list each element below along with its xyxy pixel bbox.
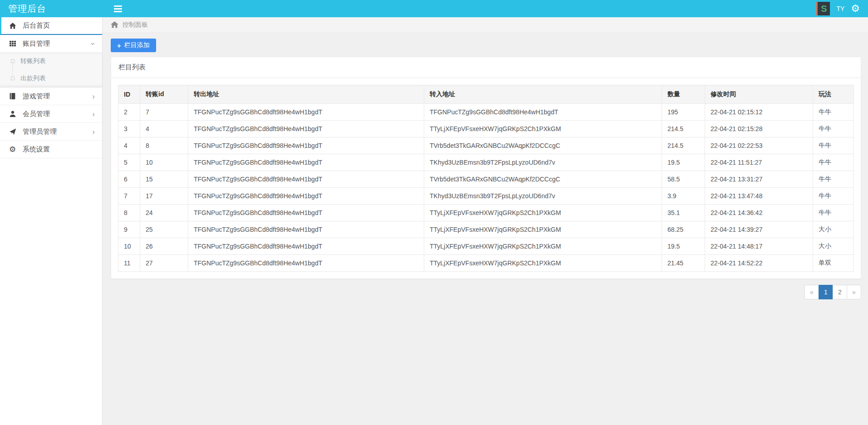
sidebar-item-accounts[interactable]: 账目管理 › xyxy=(0,35,102,53)
table-cell: TFGNPucTZg9sGGBhCd8dft98He4wH1bgdT xyxy=(424,104,662,121)
table-row: 824TFGNPucTZg9sGGBhCd8dft98He4wH1bgdTTTy… xyxy=(118,205,854,221)
table-cell: 27 xyxy=(140,255,188,272)
table-cell: 22-04-21 14:48:17 xyxy=(705,238,813,255)
table-cell: 22-04-21 14:36:42 xyxy=(705,205,813,221)
avatar[interactable]: S xyxy=(816,2,830,15)
table-cell: TKhyd3UzBEmsn3b9T2FpsLpLyzoUD6nd7v xyxy=(424,154,662,171)
main-area: 控制面板 + 栏目添加 栏目列表 ID转账id转出地址转入地址数量修改时间玩法 xyxy=(102,17,868,425)
sidebar-subitem-label: 出款列表 xyxy=(20,74,46,83)
bullet-icon xyxy=(11,77,15,80)
table-row: 925TFGNPucTZg9sGGBhCd8dft98He4wH1bgdTTTy… xyxy=(118,221,854,238)
table-cell: 8 xyxy=(140,137,188,154)
table-cell: 7 xyxy=(118,188,140,205)
pagination-prev-button[interactable]: « xyxy=(804,285,819,299)
table-cell: TFGNPucTZg9sGGBhCd8dft98He4wH1bgdT xyxy=(188,255,424,272)
table-cell: 8 xyxy=(118,205,140,221)
table-cell: TFGNPucTZg9sGGBhCd8dft98He4wH1bgdT xyxy=(188,205,424,221)
sidebar-item-label: 系统设置 xyxy=(23,145,95,154)
table-cell: 214.5 xyxy=(662,137,705,154)
table-cell: 牛牛 xyxy=(813,121,854,137)
home-icon xyxy=(9,22,16,29)
table-cell: 21.45 xyxy=(662,255,705,272)
grid-icon xyxy=(9,40,16,48)
table-cell: 58.5 xyxy=(662,171,705,188)
table-cell: 牛牛 xyxy=(813,188,854,205)
table-cell: TFGNPucTZg9sGGBhCd8dft98He4wH1bgdT xyxy=(188,238,424,255)
pagination-page-button[interactable]: 2 xyxy=(833,285,847,299)
bullet-icon xyxy=(11,59,15,63)
chevron-right-icon: › xyxy=(92,128,95,136)
table-cell: 22-04-21 02:15:28 xyxy=(705,121,813,137)
table-cell: 35.1 xyxy=(662,205,705,221)
table-cell: 24 xyxy=(140,205,188,221)
table-cell: TFGNPucTZg9sGGBhCd8dft98He4wH1bgdT xyxy=(188,154,424,171)
table-cell: 牛牛 xyxy=(813,171,854,188)
table-cell: 10 xyxy=(118,238,140,255)
column-header: 转账id xyxy=(140,85,188,104)
table-cell: TVrb5det3TkGARxGNBCu2WAqpKf2DCCcgC xyxy=(424,137,662,154)
table-cell: TVrb5det3TkGARxGNBCu2WAqpKf2DCCcgC xyxy=(424,171,662,188)
table-cell: 3 xyxy=(118,121,140,137)
sidebar-subitem-transfer-list[interactable]: 转账列表 xyxy=(0,53,102,70)
panel-title: 栏目列表 xyxy=(111,57,861,78)
table-row: 34TFGNPucTZg9sGGBhCd8dft98He4wH1bgdTTTyL… xyxy=(118,121,854,137)
table-cell: 195 xyxy=(662,104,705,121)
user-icon xyxy=(9,110,16,118)
add-column-button-label: 栏目添加 xyxy=(124,41,150,49)
add-column-button[interactable]: + 栏目添加 xyxy=(111,39,156,52)
content: + 栏目添加 栏目列表 ID转账id转出地址转入地址数量修改时间玩法 27TFG… xyxy=(102,33,868,299)
topbar: 管理后台 S TY ⚙ xyxy=(0,0,868,17)
table-cell: 22-04-21 13:47:48 xyxy=(705,188,813,205)
column-header: 修改时间 xyxy=(705,85,813,104)
table-cell: TKhyd3UzBEmsn3b9T2FpsLpLyzoUD6nd7v xyxy=(424,188,662,205)
table-row: 717TFGNPucTZg9sGGBhCd8dft98He4wH1bgdTTKh… xyxy=(118,188,854,205)
table-cell: TTyLjXFEpVFsxeHXW7jqGRKpS2Ch1PXkGM xyxy=(424,238,662,255)
table-cell: 牛牛 xyxy=(813,205,854,221)
send-icon xyxy=(9,128,16,136)
sidebar-item-admins[interactable]: 管理员管理 › xyxy=(0,123,102,141)
sidebar-item-settings[interactable]: ⚙ 系统设置 xyxy=(0,141,102,158)
chevron-right-icon: › xyxy=(92,93,95,100)
table-cell: TTyLjXFEpVFsxeHXW7jqGRKpS2Ch1PXkGM xyxy=(424,121,662,137)
sidebar-subitem-label: 转账列表 xyxy=(20,57,46,65)
pagination: « 1 2 » xyxy=(111,285,861,299)
table-cell: 牛牛 xyxy=(813,104,854,121)
transfer-table: ID转账id转出地址转入地址数量修改时间玩法 27TFGNPucTZg9sGGB… xyxy=(118,85,854,272)
table-cell: 9 xyxy=(118,221,140,238)
table-cell: TFGNPucTZg9sGGBhCd8dft98He4wH1bgdT xyxy=(188,171,424,188)
hamburger-menu-icon[interactable] xyxy=(114,5,122,12)
pagination-next-button[interactable]: » xyxy=(847,285,861,299)
table-cell: 22-04-21 02:22:53 xyxy=(705,137,813,154)
chevron-down-icon: › xyxy=(90,42,98,45)
table-cell: 22-04-21 14:52:22 xyxy=(705,255,813,272)
sidebar-item-label: 游戏管理 xyxy=(23,92,92,101)
table-header-row: ID转账id转出地址转入地址数量修改时间玩法 xyxy=(118,85,854,104)
table-row: 615TFGNPucTZg9sGGBhCd8dft98He4wH1bgdTTVr… xyxy=(118,171,854,188)
panel-body: ID转账id转出地址转入地址数量修改时间玩法 27TFGNPucTZg9sGGB… xyxy=(111,78,861,278)
gear-icon[interactable]: ⚙ xyxy=(851,4,860,14)
list-panel: 栏目列表 ID转账id转出地址转入地址数量修改时间玩法 27TFGNPucTZg… xyxy=(111,57,861,279)
table-row: 1026TFGNPucTZg9sGGBhCd8dft98He4wH1bgdTTT… xyxy=(118,238,854,255)
sidebar-item-label: 账目管理 xyxy=(23,39,92,48)
chevron-right-icon: › xyxy=(92,110,95,118)
table-cell: TFGNPucTZg9sGGBhCd8dft98He4wH1bgdT xyxy=(188,188,424,205)
table-cell: 5 xyxy=(118,154,140,171)
pagination-page-button[interactable]: 1 xyxy=(819,285,833,299)
sidebar-item-members[interactable]: 会员管理 › xyxy=(0,105,102,123)
table-row: 510TFGNPucTZg9sGGBhCd8dft98He4wH1bgdTTKh… xyxy=(118,154,854,171)
table-cell: 22-04-21 13:31:27 xyxy=(705,171,813,188)
table-cell: 4 xyxy=(118,137,140,154)
column-header: 转出地址 xyxy=(188,85,424,104)
table-cell: 26 xyxy=(140,238,188,255)
table-cell: 牛牛 xyxy=(813,137,854,154)
sidebar: 后台首页 账目管理 › 转账列表 出款列表 xyxy=(0,17,102,425)
sidebar-item-home[interactable]: 后台首页 xyxy=(0,17,102,35)
sidebar-subitem-withdraw-list[interactable]: 出款列表 xyxy=(0,70,102,87)
book-icon xyxy=(9,93,16,100)
sidebar-item-games[interactable]: 游戏管理 › xyxy=(0,88,102,105)
table-cell: 牛牛 xyxy=(813,154,854,171)
table-cell: 11 xyxy=(118,255,140,272)
breadcrumb-label: 控制面板 xyxy=(123,21,148,29)
table-cell: 22-04-21 02:15:12 xyxy=(705,104,813,121)
breadcrumb: 控制面板 xyxy=(102,17,868,33)
